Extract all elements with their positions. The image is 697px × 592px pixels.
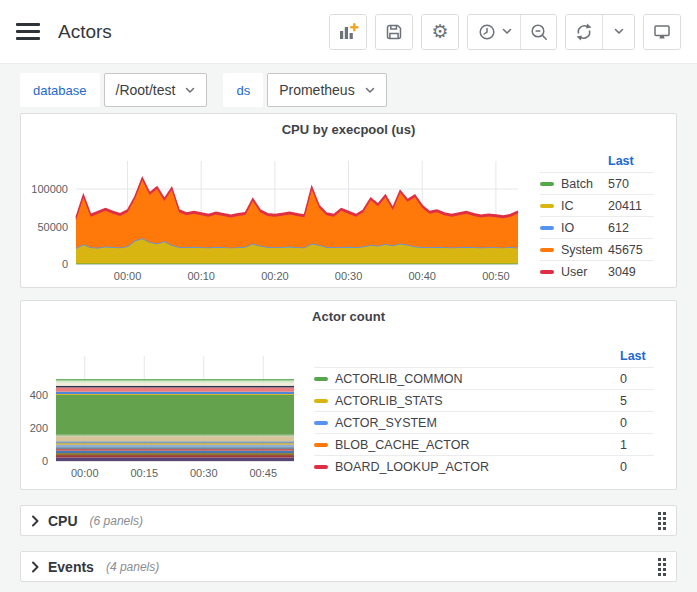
- legend-header-row: Last: [540, 150, 654, 172]
- legend-row-actor-system[interactable]: ACTOR_SYSTEM 0: [314, 411, 654, 433]
- variable-database-value: /Root/test: [116, 82, 176, 98]
- variable-database: database /Root/test: [20, 73, 207, 107]
- dashboard-variables-bar: database /Root/test ds Prometheus: [0, 64, 697, 107]
- save-icon: [384, 22, 404, 42]
- monitor-icon: [652, 22, 672, 42]
- svg-text:00:40: 00:40: [408, 270, 436, 282]
- series-swatch: [540, 182, 554, 186]
- refresh-button[interactable]: [566, 15, 602, 49]
- menu-toggle-icon[interactable]: [16, 23, 40, 40]
- legend-row-io[interactable]: IO 612: [540, 216, 654, 238]
- legend-row-ic[interactable]: IC 20411: [540, 194, 654, 216]
- top-header: Actors: [0, 0, 697, 64]
- svg-text:100000: 100000: [31, 183, 68, 195]
- time-picker-button[interactable]: [468, 15, 520, 49]
- svg-text:00:00: 00:00: [114, 270, 142, 282]
- svg-text:0: 0: [42, 455, 48, 467]
- svg-text:00:45: 00:45: [249, 467, 277, 479]
- series-swatch: [314, 465, 328, 469]
- series-swatch: [314, 399, 328, 403]
- collapsed-row-cpu[interactable]: CPU (6 panels): [20, 505, 677, 536]
- chevron-right-icon: [31, 515, 39, 527]
- series-swatch: [314, 443, 328, 447]
- row-panel-count: (4 panels): [106, 560, 159, 574]
- panel-cpu-by-execpool: CPU by execpool (us) 05000010000000:0000…: [20, 113, 677, 288]
- legend-last-header[interactable]: Last: [620, 349, 654, 363]
- legend-header-row: Last: [314, 345, 654, 367]
- svg-text:00:00: 00:00: [71, 467, 99, 479]
- collapsed-row-events[interactable]: Events (4 panels): [20, 551, 677, 582]
- legend-last-header[interactable]: Last: [608, 154, 654, 168]
- add-panel-icon: [337, 21, 359, 43]
- clock-icon: [477, 22, 497, 42]
- dashboard-title: Actors: [58, 21, 112, 43]
- refresh-interval-button[interactable]: [602, 15, 634, 49]
- legend-row-blob-cache-actor[interactable]: BLOB_CACHE_ACTOR 1: [314, 433, 654, 455]
- drag-handle-icon[interactable]: [658, 558, 666, 576]
- cpu-legend: Last Batch 570 IC 20411 IO 612 System 45…: [540, 150, 654, 282]
- variable-database-dropdown[interactable]: /Root/test: [104, 73, 208, 107]
- svg-text:00:50: 00:50: [482, 270, 510, 282]
- series-swatch: [540, 226, 554, 230]
- svg-text:400: 400: [30, 389, 48, 401]
- row-title: Events: [48, 559, 94, 575]
- svg-text:00:30: 00:30: [335, 270, 363, 282]
- variable-database-label: database: [20, 73, 100, 107]
- legend-row-board-lookup-actor[interactable]: BOARD_LOOKUP_ACTOR 0: [314, 455, 654, 477]
- chevron-down-icon: [365, 87, 375, 94]
- zoom-out-icon: [529, 22, 549, 42]
- legend-row-actorlib-stats[interactable]: ACTORLIB_STATS 5: [314, 389, 654, 411]
- svg-text:200: 200: [30, 422, 48, 434]
- legend-row-actorlib-common[interactable]: ACTORLIB_COMMON 0: [314, 367, 654, 389]
- series-swatch: [540, 204, 554, 208]
- svg-text:00:15: 00:15: [130, 467, 158, 479]
- variable-ds-label: ds: [223, 73, 263, 107]
- kiosk-mode-button[interactable]: [644, 15, 680, 49]
- svg-text:00:10: 00:10: [187, 270, 215, 282]
- actor-legend: Last ACTORLIB_COMMON 0 ACTORLIB_STATS 5 …: [314, 345, 654, 477]
- row-panel-count: (6 panels): [90, 514, 143, 528]
- series-swatch: [314, 377, 328, 381]
- dashboard-settings-button[interactable]: ⚙: [422, 15, 458, 49]
- drag-handle-icon[interactable]: [658, 512, 666, 530]
- variable-ds-dropdown[interactable]: Prometheus: [267, 73, 386, 107]
- variable-ds: ds Prometheus: [223, 73, 386, 107]
- legend-row-system[interactable]: System 45675: [540, 238, 654, 260]
- save-dashboard-button[interactable]: [376, 15, 412, 49]
- series-swatch: [540, 270, 554, 274]
- zoom-out-button[interactable]: [520, 15, 556, 49]
- gear-icon: ⚙: [431, 22, 448, 41]
- legend-row-batch[interactable]: Batch 570: [540, 172, 654, 194]
- chevron-right-icon: [31, 561, 39, 573]
- panel-actor-count: Actor count 020040000:0000:1500:3000:45 …: [20, 300, 677, 490]
- svg-text:00:30: 00:30: [190, 467, 218, 479]
- legend-row-user[interactable]: User 3049: [540, 260, 654, 282]
- row-title: CPU: [48, 513, 78, 529]
- svg-text:0: 0: [62, 258, 68, 270]
- svg-text:00:20: 00:20: [261, 270, 289, 282]
- series-swatch: [314, 421, 328, 425]
- series-swatch: [540, 248, 554, 252]
- variable-ds-value: Prometheus: [279, 82, 354, 98]
- svg-text:50000: 50000: [37, 221, 68, 233]
- dashboard-toolbar: ⚙: [329, 14, 681, 50]
- refresh-icon: [574, 22, 594, 42]
- chevron-down-icon: [185, 87, 195, 94]
- add-panel-button[interactable]: [330, 15, 366, 49]
- chevron-down-icon: [614, 28, 624, 35]
- dashboard-grid: CPU by execpool (us) 05000010000000:0000…: [0, 107, 697, 582]
- chevron-down-icon: [502, 28, 512, 35]
